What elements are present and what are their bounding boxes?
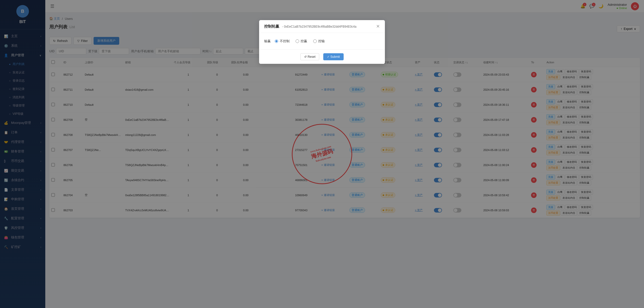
modal-title: 控制轮赢 — [264, 24, 279, 28]
modal-submit-button[interactable]: ✓ Submit — [323, 53, 344, 60]
win-loss-label: 输赢 — [264, 39, 271, 43]
modal-submit-label: ✓ Submit — [327, 55, 340, 59]
control-lose-option[interactable]: 控输 — [313, 39, 325, 43]
modal-reset-label: ↺ Reset — [304, 55, 315, 59]
no-control-option[interactable]: 不控制 — [275, 39, 290, 43]
modal-close-button[interactable]: ✕ — [376, 24, 380, 29]
modal-body: 输赢 不控制 控赢 控输 — [259, 33, 385, 49]
modal-header: 控制轮赢 - 0xEeC1aB7b2347952BE9c4f8aBBe32dd4… — [259, 20, 385, 33]
modal-subtitle: - 0xEeC1aB7b2347952BE9c4f8aBBe32dd4FB94E… — [282, 25, 356, 28]
control-lose-radio[interactable] — [313, 39, 317, 43]
no-control-label: 不控制 — [280, 39, 290, 43]
modal-footer: ↺ Reset ✓ Submit — [259, 49, 385, 64]
control-win-radio[interactable] — [296, 39, 299, 43]
modal-title-group: 控制轮赢 - 0xEeC1aB7b2347952BE9c4f8aBBe32dd4… — [264, 24, 356, 29]
control-win-label: 控赢 — [301, 39, 307, 43]
no-control-radio[interactable] — [275, 39, 278, 43]
control-win-modal: 控制轮赢 - 0xEeC1aB7b2347952BE9c4f8aBBe32dd4… — [259, 20, 385, 64]
control-lose-label: 控输 — [318, 39, 325, 43]
control-win-option[interactable]: 控赢 — [296, 39, 307, 43]
win-loss-radio-group: 不控制 控赢 控输 — [275, 39, 325, 43]
modal-overlay[interactable]: 控制轮赢 - 0xEeC1aB7b2347952BE9c4f8aBBe32dd4… — [0, 0, 644, 308]
modal-reset-button[interactable]: ↺ Reset — [300, 53, 319, 60]
win-loss-form-row: 输赢 不控制 控赢 控输 — [264, 39, 380, 43]
